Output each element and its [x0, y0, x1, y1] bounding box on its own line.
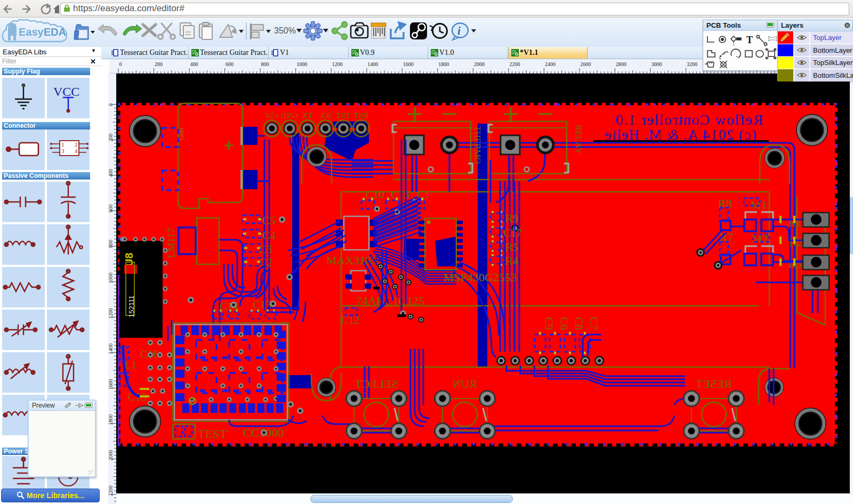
svg-text:TopSilkLayer: TopSilkLayer: [813, 59, 853, 67]
svg-text:800: 800: [108, 240, 114, 248]
svg-text:C1: C1: [417, 188, 430, 201]
svg-text:VCC: VCC: [53, 85, 79, 99]
svg-text:BottomSilkLay: BottomSilkLay: [813, 71, 853, 79]
svg-text:600: 600: [108, 205, 114, 213]
svg-text:LM117: LM117: [166, 228, 177, 258]
svg-text:MSP430G2553: MSP430G2553: [444, 271, 517, 284]
svg-text:RELAY: RELAY: [574, 125, 584, 154]
svg-text:2000: 2000: [108, 450, 114, 460]
svg-text:2200: 2200: [108, 485, 114, 496]
svg-text:C10: C10: [366, 188, 384, 201]
svg-text:i: i: [457, 25, 461, 37]
svg-text:R4: R4: [505, 255, 519, 267]
svg-text:1800: 1800: [108, 414, 114, 425]
svg-text:C17: C17: [503, 226, 522, 239]
svg-text:2: 2: [75, 141, 78, 148]
svg-text:2600: 2600: [581, 61, 591, 67]
svg-text:RUN: RUN: [453, 377, 478, 391]
svg-text:THERMO: THERMO: [472, 126, 482, 164]
svg-text:C8: C8: [573, 317, 585, 330]
svg-text:1000: 1000: [108, 273, 114, 283]
svg-text:TST: TST: [336, 111, 351, 120]
svg-text:1: 1: [61, 141, 65, 148]
svg-text:200: 200: [155, 61, 163, 67]
svg-text:C6: C6: [558, 317, 570, 330]
svg-text:GND: GND: [179, 128, 184, 140]
svg-text:2000: 2000: [474, 61, 485, 67]
svg-text:Passive Components: Passive Components: [4, 172, 69, 180]
svg-text:400: 400: [108, 169, 114, 177]
svg-text:0: 0: [108, 103, 114, 106]
svg-text:3200: 3200: [687, 61, 697, 67]
svg-text:0: 0: [119, 61, 122, 67]
svg-text:152111: 152111: [127, 296, 135, 318]
svg-text:800: 800: [261, 61, 269, 67]
svg-text:GND: GND: [281, 111, 299, 120]
svg-text:C4: C4: [262, 229, 276, 242]
svg-text:TopLayer: TopLayer: [813, 34, 842, 42]
svg-text:C18: C18: [391, 188, 409, 201]
svg-text:1200: 1200: [332, 61, 343, 67]
svg-text:400: 400: [190, 61, 198, 67]
svg-text:350%: 350%: [274, 26, 296, 35]
svg-text:EasyEDA: EasyEDA: [19, 26, 66, 38]
svg-text:Connector: Connector: [4, 122, 36, 129]
svg-text:2400: 2400: [545, 61, 556, 67]
svg-text:SELECT: SELECT: [355, 377, 398, 391]
svg-text:RST: RST: [354, 111, 369, 120]
svg-text:1200: 1200: [108, 308, 114, 319]
svg-text:R2: R2: [789, 235, 803, 249]
svg-text:3000: 3000: [651, 61, 662, 67]
svg-text:TX: TX: [302, 111, 313, 120]
svg-text:1600: 1600: [108, 379, 114, 389]
svg-text:Reflow Controller 1.0: Reflow Controller 1.0: [615, 111, 763, 128]
svg-text:C13: C13: [253, 298, 271, 311]
svg-text:4: 4: [75, 148, 78, 154]
svg-text:3: 3: [61, 148, 65, 154]
svg-text:600: 600: [226, 61, 234, 67]
svg-text:TEST: TEST: [198, 427, 227, 441]
svg-text:C7: C7: [588, 317, 600, 330]
svg-text:2800: 2800: [616, 61, 626, 67]
svg-text:1400: 1400: [108, 344, 114, 354]
svg-text:Supply Flag: Supply Flag: [4, 68, 40, 75]
svg-text:C5: C5: [262, 214, 276, 227]
svg-text:C3: C3: [259, 243, 272, 256]
svg-text:1400: 1400: [367, 61, 378, 67]
svg-text:C9: C9: [543, 317, 556, 330]
svg-text:+5V: +5V: [264, 111, 279, 120]
svg-text:RX: RX: [320, 111, 331, 120]
svg-text:U8: U8: [123, 253, 135, 266]
svg-text:1600: 1600: [403, 61, 414, 67]
svg-text:RESET: RESET: [696, 377, 732, 391]
svg-text:R5: R5: [505, 241, 519, 254]
svg-text:1800: 1800: [438, 61, 449, 67]
svg-text:74AHC1G125: 74AHC1G125: [356, 294, 424, 307]
svg-text:200: 200: [108, 134, 114, 142]
svg-text:T: T: [746, 35, 753, 45]
svg-text:BottomLayer: BottomLayer: [813, 46, 852, 54]
svg-text:R9: R9: [505, 212, 519, 225]
svg-text:2200: 2200: [509, 61, 520, 67]
svg-text:1000: 1000: [296, 61, 307, 67]
